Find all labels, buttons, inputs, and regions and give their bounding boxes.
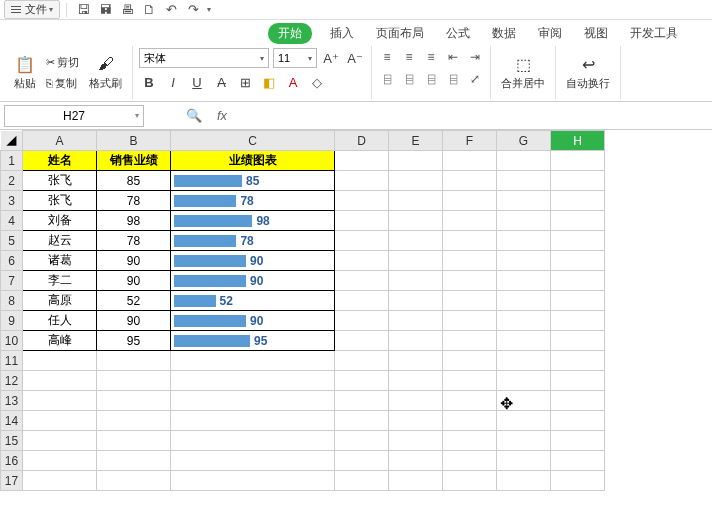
tab-dev[interactable]: 开发工具 (626, 23, 682, 44)
row-header-2[interactable]: 2 (1, 171, 23, 191)
clear-format-button[interactable]: ◇ (307, 72, 327, 92)
cell-E16[interactable] (389, 451, 443, 471)
col-header-F[interactable]: F (443, 131, 497, 151)
cell-C16[interactable] (171, 451, 335, 471)
cell-A17[interactable] (23, 471, 97, 491)
align-middle-icon[interactable]: ≡ (400, 48, 418, 66)
cell-H5[interactable] (551, 231, 605, 251)
cell-A5[interactable]: 赵云 (23, 231, 97, 251)
col-header-C[interactable]: C (171, 131, 335, 151)
tab-layout[interactable]: 页面布局 (372, 23, 428, 44)
cell-C12[interactable] (171, 371, 335, 391)
cell-C15[interactable] (171, 431, 335, 451)
cell-C14[interactable] (171, 411, 335, 431)
cell-E14[interactable] (389, 411, 443, 431)
cell-B1[interactable]: 销售业绩 (97, 151, 171, 171)
cell-G13[interactable] (497, 391, 551, 411)
cell-H7[interactable] (551, 271, 605, 291)
cell-G15[interactable] (497, 431, 551, 451)
cell-G11[interactable] (497, 351, 551, 371)
cell-B12[interactable] (97, 371, 171, 391)
cell-G7[interactable] (497, 271, 551, 291)
cell-G16[interactable] (497, 451, 551, 471)
file-menu[interactable]: 文件 ▾ (4, 0, 60, 19)
col-header-E[interactable]: E (389, 131, 443, 151)
cell-A12[interactable] (23, 371, 97, 391)
cell-C6[interactable]: 90 (171, 251, 335, 271)
copy-button[interactable]: ⎘复制 (44, 75, 81, 92)
orientation-icon[interactable]: ⤢ (466, 70, 484, 88)
align-top-icon[interactable]: ≡ (378, 48, 396, 66)
cell-D12[interactable] (335, 371, 389, 391)
row-header-1[interactable]: 1 (1, 151, 23, 171)
cell-E13[interactable] (389, 391, 443, 411)
font-name-select[interactable]: 宋体▾ (139, 48, 269, 68)
cell-E10[interactable] (389, 331, 443, 351)
cell-F15[interactable] (443, 431, 497, 451)
cell-C8[interactable]: 52 (171, 291, 335, 311)
qat-dropdown-icon[interactable]: ▾ (207, 5, 211, 14)
cell-G17[interactable] (497, 471, 551, 491)
indent-increase-icon[interactable]: ⇥ (466, 48, 484, 66)
cell-D16[interactable] (335, 451, 389, 471)
cell-F12[interactable] (443, 371, 497, 391)
cell-E8[interactable] (389, 291, 443, 311)
cell-G4[interactable] (497, 211, 551, 231)
cell-D8[interactable] (335, 291, 389, 311)
cell-B15[interactable] (97, 431, 171, 451)
name-box[interactable]: H27 ▾ (4, 105, 144, 127)
fill-color-button[interactable]: ◧ (259, 72, 279, 92)
row-header-8[interactable]: 8 (1, 291, 23, 311)
border-button[interactable]: ⊞ (235, 72, 255, 92)
cell-B17[interactable] (97, 471, 171, 491)
cell-B10[interactable]: 95 (97, 331, 171, 351)
cell-D14[interactable] (335, 411, 389, 431)
underline-button[interactable]: U (187, 72, 207, 92)
cell-A3[interactable]: 张飞 (23, 191, 97, 211)
cell-B6[interactable]: 90 (97, 251, 171, 271)
cell-F11[interactable] (443, 351, 497, 371)
cell-E3[interactable] (389, 191, 443, 211)
cell-A1[interactable]: 姓名 (23, 151, 97, 171)
align-bottom-icon[interactable]: ≡ (422, 48, 440, 66)
cell-F4[interactable] (443, 211, 497, 231)
bold-button[interactable]: B (139, 72, 159, 92)
tab-review[interactable]: 审阅 (534, 23, 566, 44)
cell-F14[interactable] (443, 411, 497, 431)
align-center-icon[interactable]: ⌸ (400, 70, 418, 88)
cell-D7[interactable] (335, 271, 389, 291)
print-icon[interactable]: 🖶 (119, 2, 135, 18)
tab-insert[interactable]: 插入 (326, 23, 358, 44)
cell-E17[interactable] (389, 471, 443, 491)
cell-B13[interactable] (97, 391, 171, 411)
save-as-icon[interactable]: 🖬 (97, 2, 113, 18)
cell-E2[interactable] (389, 171, 443, 191)
paste-button[interactable]: 📋 粘贴 (10, 52, 40, 93)
row-header-10[interactable]: 10 (1, 331, 23, 351)
cell-E7[interactable] (389, 271, 443, 291)
cell-F2[interactable] (443, 171, 497, 191)
row-header-16[interactable]: 16 (1, 451, 23, 471)
cell-G14[interactable] (497, 411, 551, 431)
cell-B5[interactable]: 78 (97, 231, 171, 251)
align-right-icon[interactable]: ⌸ (422, 70, 440, 88)
cell-B3[interactable]: 78 (97, 191, 171, 211)
cell-D4[interactable] (335, 211, 389, 231)
cell-D3[interactable] (335, 191, 389, 211)
cell-C4[interactable]: 98 (171, 211, 335, 231)
cell-A4[interactable]: 刘备 (23, 211, 97, 231)
cell-A2[interactable]: 张飞 (23, 171, 97, 191)
cell-A14[interactable] (23, 411, 97, 431)
row-header-5[interactable]: 5 (1, 231, 23, 251)
cell-G2[interactable] (497, 171, 551, 191)
format-painter-button[interactable]: 🖌 格式刷 (85, 52, 126, 93)
print-preview-icon[interactable]: 🗋 (141, 2, 157, 18)
cell-A16[interactable] (23, 451, 97, 471)
cell-H17[interactable] (551, 471, 605, 491)
cell-E12[interactable] (389, 371, 443, 391)
cell-F6[interactable] (443, 251, 497, 271)
merge-center-button[interactable]: ⬚ 合并居中 (497, 52, 549, 93)
cell-G9[interactable] (497, 311, 551, 331)
cell-D5[interactable] (335, 231, 389, 251)
col-header-G[interactable]: G (497, 131, 551, 151)
